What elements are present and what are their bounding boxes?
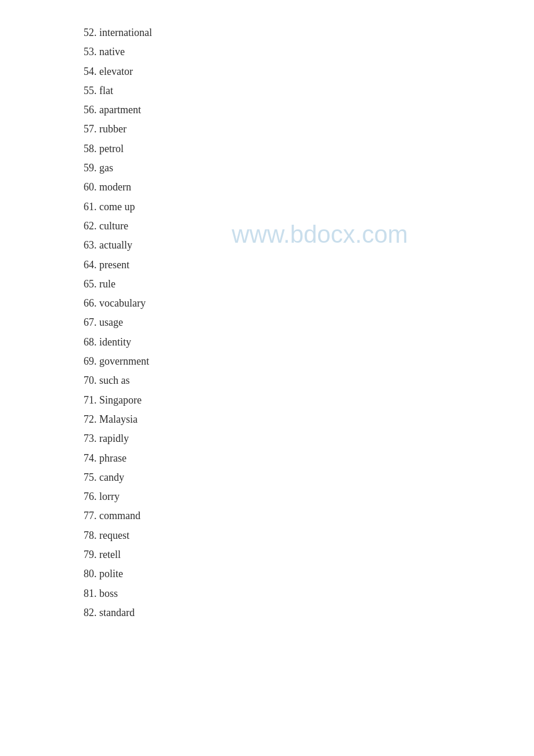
list-item: 69. government — [84, 352, 534, 371]
list-item: 55. flat — [84, 81, 534, 100]
item-number: 63. — [84, 239, 99, 251]
item-word: request — [99, 530, 129, 541]
item-number: 67. — [84, 316, 99, 328]
item-number: 80. — [84, 568, 99, 579]
list-item: 54. elevator — [84, 62, 534, 81]
item-number: 69. — [84, 355, 99, 367]
item-number: 55. — [84, 85, 99, 96]
list-item: 61. come up — [84, 197, 534, 217]
item-word: phrase — [99, 452, 127, 464]
item-number: 71. — [84, 394, 99, 406]
item-word: retell — [99, 549, 121, 560]
item-number: 57. — [84, 123, 99, 135]
list-item: 53. native — [84, 42, 534, 62]
item-word: standard — [99, 607, 135, 618]
list-item: 77. command — [84, 506, 534, 525]
item-number: 75. — [84, 471, 99, 483]
list-item: 71. Singapore — [84, 391, 534, 410]
item-number: 52. — [84, 27, 99, 38]
list-item: 63. actually — [84, 236, 534, 255]
item-word: actually — [99, 239, 132, 251]
item-word: present — [99, 259, 129, 271]
list-item: 56. apartment — [84, 100, 534, 120]
list-item: 57. rubber — [84, 120, 534, 139]
item-number: 74. — [84, 452, 99, 464]
list-item: 52. international — [84, 23, 534, 42]
item-word: candy — [99, 471, 124, 483]
item-word: identity — [99, 336, 131, 348]
list-item: 75. candy — [84, 468, 534, 487]
list-item: 67. usage — [84, 313, 534, 332]
item-word: elevator — [99, 66, 133, 77]
list-item: 66. vocabulary — [84, 294, 534, 313]
item-word: Singapore — [99, 394, 142, 406]
item-number: 68. — [84, 336, 99, 348]
item-word: command — [99, 510, 140, 521]
list-item: 58. petrol — [84, 139, 534, 159]
list-item: 80. polite — [84, 564, 534, 584]
list-item: 73. rapidly — [84, 429, 534, 448]
item-number: 78. — [84, 530, 99, 541]
item-number: 64. — [84, 259, 99, 271]
item-word: apartment — [99, 104, 141, 116]
word-list: 52. international53. native54. elevator5… — [0, 0, 534, 646]
item-word: culture — [99, 220, 128, 232]
item-number: 59. — [84, 162, 99, 174]
item-word: rubber — [99, 123, 127, 135]
item-word: such as — [99, 375, 130, 386]
item-word: native — [99, 46, 125, 57]
item-number: 76. — [84, 491, 99, 502]
item-word: modern — [99, 181, 131, 193]
item-number: 60. — [84, 181, 99, 193]
list-item: 64. present — [84, 255, 534, 275]
item-word: lorry — [99, 491, 120, 502]
item-number: 66. — [84, 297, 99, 309]
item-word: Malaysia — [99, 413, 138, 425]
list-item: 78. request — [84, 526, 534, 545]
list-item: 74. phrase — [84, 449, 534, 468]
item-word: usage — [99, 316, 123, 328]
item-number: 61. — [84, 201, 99, 213]
list-item: 70. such as — [84, 371, 534, 390]
item-number: 58. — [84, 143, 99, 154]
item-number: 54. — [84, 66, 99, 77]
list-item: 82. standard — [84, 603, 534, 622]
list-item: 65. rule — [84, 275, 534, 294]
item-word: government — [99, 355, 149, 367]
list-item: 68. identity — [84, 333, 534, 352]
item-number: 53. — [84, 46, 99, 57]
item-word: international — [99, 27, 152, 38]
item-number: 56. — [84, 104, 99, 116]
list-item: 72. Malaysia — [84, 410, 534, 429]
item-word: rapidly — [99, 433, 129, 444]
item-number: 82. — [84, 607, 99, 618]
item-word: petrol — [99, 143, 124, 154]
list-item: 59. gas — [84, 159, 534, 178]
item-number: 72. — [84, 413, 99, 425]
item-number: 77. — [84, 510, 99, 521]
list-item: 81. boss — [84, 584, 534, 603]
item-word: flat — [99, 85, 113, 96]
item-number: 62. — [84, 220, 99, 232]
item-word: come up — [99, 201, 135, 213]
item-word: polite — [99, 568, 123, 579]
list-item: 76. lorry — [84, 487, 534, 506]
list-item: 60. modern — [84, 178, 534, 197]
item-number: 79. — [84, 549, 99, 560]
item-number: 65. — [84, 278, 99, 290]
item-word: rule — [99, 278, 116, 290]
list-item: 79. retell — [84, 545, 534, 564]
item-number: 73. — [84, 433, 99, 444]
list-item: 62. culture — [84, 217, 534, 236]
item-word: gas — [99, 162, 113, 174]
item-number: 81. — [84, 588, 99, 599]
item-word: vocabulary — [99, 297, 146, 309]
item-number: 70. — [84, 375, 99, 386]
item-word: boss — [99, 588, 118, 599]
